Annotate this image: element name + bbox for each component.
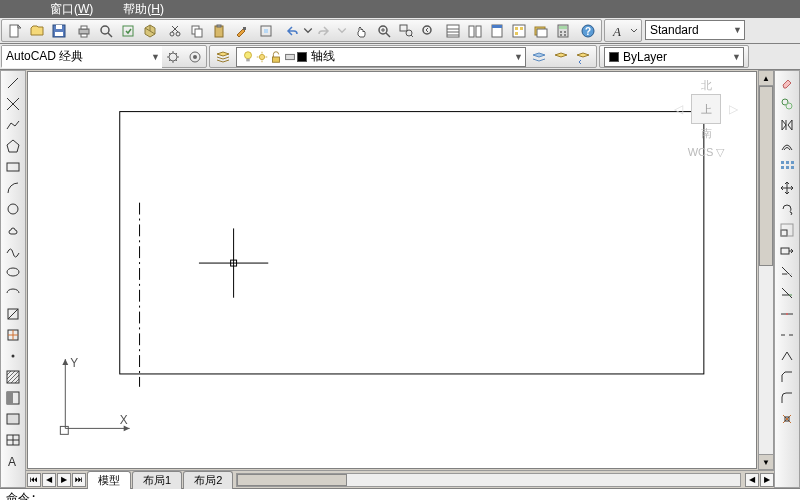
copy-tool[interactable] <box>776 94 798 114</box>
zoom-window-button[interactable] <box>395 20 417 42</box>
tab-nav-first[interactable]: ⏮ <box>27 473 41 487</box>
text-style-button[interactable]: A <box>607 20 629 42</box>
workspace-combo[interactable]: AutoCAD 经典 ▼ <box>2 46 162 68</box>
tab-nav-last[interactable]: ⏭ <box>72 473 86 487</box>
line-tool[interactable] <box>2 73 24 93</box>
chamfer-tool[interactable] <box>776 367 798 387</box>
svg-rect-52 <box>246 58 250 61</box>
undo-button[interactable] <box>280 20 302 42</box>
layer-states-button[interactable] <box>528 46 550 68</box>
extend-tool[interactable] <box>776 283 798 303</box>
join-tool[interactable] <box>776 346 798 366</box>
layer-iso-button[interactable] <box>550 46 572 68</box>
break-at-point-tool[interactable] <box>776 304 798 324</box>
open-file-button[interactable] <box>26 20 48 42</box>
mtext-tool[interactable]: A <box>2 451 24 471</box>
polygon-tool[interactable] <box>2 136 24 156</box>
viewcube-arrow-left[interactable]: ◁ <box>674 102 683 116</box>
redo-button[interactable] <box>314 20 336 42</box>
break-tool[interactable] <box>776 325 798 345</box>
drawing-canvas[interactable]: Y X 北 ◁ 上 ▷ 南 WCS ▽ <box>27 71 757 469</box>
layer-combo[interactable]: 轴线 ▼ <box>236 47 526 67</box>
view-cube[interactable]: 北 ◁ 上 ▷ 南 WCS ▽ <box>670 78 742 178</box>
viewcube-arrow-right[interactable]: ▷ <box>729 102 738 116</box>
tab-layout2[interactable]: 布局2 <box>183 471 233 489</box>
scroll-up-button[interactable]: ▲ <box>759 71 773 86</box>
sheet-set-button[interactable] <box>464 20 486 42</box>
cut-button[interactable] <box>164 20 186 42</box>
mirror-tool[interactable] <box>776 115 798 135</box>
arc-tool[interactable] <box>2 178 24 198</box>
help-button[interactable]: ? <box>577 20 599 42</box>
properties-button[interactable] <box>442 20 464 42</box>
text-style-dropdown-icon[interactable] <box>629 20 639 42</box>
erase-tool[interactable] <box>776 73 798 93</box>
3d-button[interactable] <box>139 20 161 42</box>
viewcube-wcs[interactable]: WCS ▽ <box>670 146 742 159</box>
menu-help[interactable]: 帮助(H) <box>123 1 164 18</box>
hscroll-left[interactable]: ◀ <box>745 473 759 487</box>
circle-tool[interactable] <box>2 199 24 219</box>
tab-nav-next[interactable]: ▶ <box>57 473 71 487</box>
hscroll-thumb[interactable] <box>237 474 347 486</box>
workspace-settings-button[interactable] <box>162 46 184 68</box>
stretch-tool[interactable] <box>776 241 798 261</box>
make-block-tool[interactable] <box>2 325 24 345</box>
ellipse-arc-tool[interactable] <box>2 283 24 303</box>
rotate-tool[interactable] <box>776 199 798 219</box>
quickcalc-button[interactable] <box>552 20 574 42</box>
text-style-combo[interactable]: Standard ▼ <box>645 20 745 40</box>
spline-tool[interactable] <box>2 241 24 261</box>
zoom-previous-button[interactable] <box>417 20 439 42</box>
viewcube-face[interactable]: 上 <box>691 94 721 124</box>
hatch-tool[interactable] <box>2 367 24 387</box>
color-combo[interactable]: ByLayer ▼ <box>604 47 744 67</box>
region-tool[interactable] <box>2 409 24 429</box>
match-properties-button[interactable] <box>230 20 252 42</box>
trim-tool[interactable] <box>776 262 798 282</box>
new-file-button[interactable] <box>4 20 26 42</box>
offset-tool[interactable] <box>776 136 798 156</box>
paste-button[interactable] <box>208 20 230 42</box>
copy-button[interactable] <box>186 20 208 42</box>
print-preview-button[interactable] <box>95 20 117 42</box>
save-button[interactable] <box>48 20 70 42</box>
hscroll-right[interactable]: ▶ <box>760 473 774 487</box>
move-tool[interactable] <box>776 178 798 198</box>
print-button[interactable] <box>73 20 95 42</box>
scroll-thumb[interactable] <box>759 86 773 266</box>
scale-tool[interactable] <box>776 220 798 240</box>
tool-palettes-button[interactable] <box>486 20 508 42</box>
horizontal-scrollbar[interactable] <box>236 473 741 487</box>
rectangle-tool[interactable] <box>2 157 24 177</box>
menu-window[interactable]: 窗口(W) <box>50 1 93 18</box>
command-line[interactable]: 命令: 命令: *取消* <box>0 488 800 500</box>
insert-block-tool[interactable] <box>2 304 24 324</box>
workspace-save-button[interactable] <box>184 46 206 68</box>
array-tool[interactable] <box>776 157 798 177</box>
gradient-tool[interactable] <box>2 388 24 408</box>
explode-tool[interactable] <box>776 409 798 429</box>
redo-dropdown-button[interactable] <box>336 20 348 42</box>
construction-line-tool[interactable] <box>2 94 24 114</box>
publish-button[interactable] <box>117 20 139 42</box>
tab-nav-prev[interactable]: ◀ <box>42 473 56 487</box>
polyline-tool[interactable] <box>2 115 24 135</box>
layer-properties-button[interactable] <box>212 46 234 68</box>
tab-model[interactable]: 模型 <box>87 471 131 489</box>
zoom-realtime-button[interactable] <box>373 20 395 42</box>
pan-button[interactable] <box>351 20 373 42</box>
ellipse-tool[interactable] <box>2 262 24 282</box>
point-tool[interactable] <box>2 346 24 366</box>
vertical-scrollbar[interactable]: ▲ ▼ <box>758 70 774 470</box>
design-center-button[interactable] <box>508 20 530 42</box>
undo-dropdown-button[interactable] <box>302 20 314 42</box>
layer-prev-button[interactable] <box>572 46 594 68</box>
tab-layout1[interactable]: 布局1 <box>132 471 182 489</box>
scroll-down-button[interactable]: ▼ <box>759 454 773 469</box>
block-editor-button[interactable] <box>255 20 277 42</box>
fillet-tool[interactable] <box>776 388 798 408</box>
markup-button[interactable] <box>530 20 552 42</box>
revision-cloud-tool[interactable] <box>2 220 24 240</box>
table-tool[interactable] <box>2 430 24 450</box>
